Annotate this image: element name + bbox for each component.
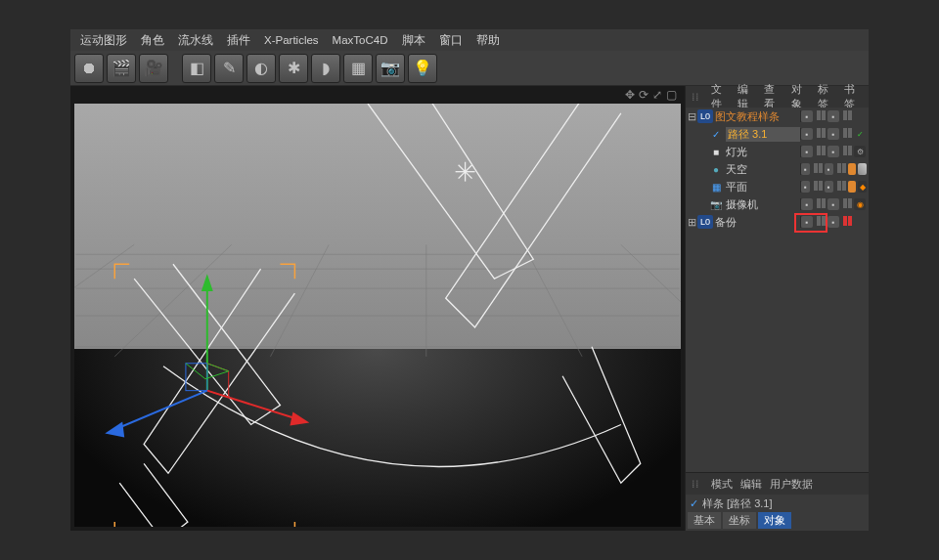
attributes-title: ✓ 样条 [路径 3.1] (686, 495, 869, 512)
rotate-icon[interactable]: ⟳ (639, 88, 648, 102)
menu-item[interactable]: 窗口 (433, 33, 469, 48)
menu-bar: 运动图形 角色 流水线 插件 X-Particles MaxToC4D 脚本 窗… (70, 29, 869, 51)
record-icon[interactable]: ⏺ (74, 54, 104, 83)
zoom-icon[interactable]: ⤢ (652, 88, 662, 102)
object-label[interactable]: 摄像机 (726, 197, 800, 212)
viewport[interactable]: ✥ ⟳ ⤢ ▢ (70, 86, 685, 531)
svg-marker-18 (290, 412, 309, 426)
object-icon: ▦ (709, 180, 723, 194)
toolbar: ⏺🎬🎥◧✎◐✱◗▦📷💡 (70, 51, 869, 86)
panel-tab[interactable]: 编辑 (738, 477, 764, 492)
menu-item[interactable]: 流水线 (172, 33, 219, 48)
clapper-icon[interactable]: 🎬 (107, 54, 136, 83)
attributes-panel: ⁞⁞ 模式 编辑 用户数据 ✓ 样条 [路径 3.1] 基本 坐标 对象 (686, 472, 869, 531)
menu-item[interactable]: 脚本 (396, 33, 431, 48)
panel-tab[interactable]: 模式 (709, 477, 735, 492)
object-icon: ● (709, 162, 723, 176)
layer-icon: L0 (697, 215, 713, 229)
pen-icon[interactable]: ✎ (214, 54, 244, 83)
expand-icon[interactable]: ⊟ (688, 110, 697, 123)
layer-icon: L0 (697, 109, 713, 123)
object-label[interactable]: 路径 3.1 (726, 127, 800, 142)
svg-line-5 (74, 244, 134, 356)
tag-area[interactable]: ▪▪◉ (800, 198, 869, 210)
tag-area[interactable]: ▪▪⚙ (800, 146, 869, 157)
object-label[interactable]: 灯光 (726, 145, 800, 159)
spline-icon: ✓ (690, 497, 698, 510)
axis-gizmo (105, 274, 309, 437)
expand-icon[interactable]: ⊞ (688, 216, 697, 229)
svg-line-10 (621, 244, 681, 356)
nurbs-icon[interactable]: ◐ (246, 54, 276, 83)
object-tree[interactable]: ⊟L0图文教程样条▪▪✓路径 3.1▪▪✓■灯光▪▪⚙●天空▪▪▦平面▪▪◆📷摄… (686, 108, 869, 472)
subtab-object[interactable]: 对象 (758, 512, 791, 529)
tag-area[interactable]: ▪▪◆ (800, 181, 869, 193)
svg-marker-20 (105, 421, 124, 437)
pan-icon[interactable]: ✥ (625, 88, 635, 102)
svg-line-9 (523, 244, 582, 356)
subtab-coord[interactable]: 坐标 (723, 512, 756, 529)
tree-item[interactable]: ⊞L0备份▪▪ (686, 213, 869, 231)
panel-tab[interactable]: 用户数据 (768, 477, 815, 492)
menu-item[interactable]: 帮助 (470, 33, 506, 48)
attributes-panel-tabs: ⁞⁞ 模式 编辑 用户数据 (686, 473, 869, 495)
tag-area[interactable]: ▪▪✓ (800, 128, 869, 140)
menu-item[interactable]: X-Particles (258, 34, 325, 46)
array-icon[interactable]: ✱ (279, 54, 308, 83)
tree-item[interactable]: ●天空▪▪ (686, 160, 869, 178)
tree-item[interactable]: ▦平面▪▪◆ (686, 178, 869, 195)
grip-icon[interactable]: ⁞⁞ (690, 91, 701, 104)
tree-item[interactable]: ✓路径 3.1▪▪✓ (686, 125, 869, 143)
object-icon: ■ (709, 145, 723, 158)
attributes-title-label: 样条 [路径 3.1] (702, 496, 773, 511)
svg-line-19 (114, 391, 207, 430)
svg-marker-16 (201, 274, 213, 291)
attributes-subtabs: 基本 坐标 对象 (686, 512, 869, 529)
floor-icon[interactable]: ▦ (343, 54, 373, 83)
light-icon[interactable]: 💡 (408, 54, 437, 83)
object-label[interactable]: 备份 (715, 215, 800, 230)
cube-icon[interactable]: ◧ (182, 54, 211, 83)
tag-area[interactable]: ▪▪ (800, 110, 869, 122)
object-icon: 📷 (709, 197, 723, 211)
object-label[interactable]: 平面 (726, 180, 800, 194)
object-icon: ✓ (709, 127, 723, 141)
object-label[interactable]: 天空 (726, 162, 800, 177)
render-icon[interactable]: 🎥 (139, 54, 168, 83)
menu-item[interactable]: 角色 (135, 33, 170, 48)
tag-area[interactable]: ▪▪ (800, 163, 869, 175)
svg-line-7 (271, 244, 330, 356)
camera-icon[interactable]: 📷 (376, 54, 405, 83)
menu-item[interactable]: 插件 (221, 33, 256, 48)
frame-icon[interactable]: ▢ (666, 88, 677, 102)
viewport-scene (74, 104, 681, 527)
tag-area[interactable]: ▪▪ (800, 216, 869, 228)
deformer-icon[interactable]: ◗ (311, 54, 340, 83)
menu-item[interactable]: 运动图形 (74, 33, 133, 48)
menu-item[interactable]: MaxToC4D (327, 34, 394, 46)
object-label[interactable]: 图文教程样条 (715, 109, 800, 124)
viewport-controls: ✥ ⟳ ⤢ ▢ (625, 88, 677, 102)
grip-icon[interactable]: ⁞⁞ (690, 478, 701, 491)
tree-item[interactable]: ■灯光▪▪⚙ (686, 143, 869, 160)
objects-panel: ⁞⁞ 文件 编辑 查看 对象 标签 书签 ⊟L0图文教程样条▪▪✓路径 3.1▪… (685, 86, 869, 531)
subtab-basic[interactable]: 基本 (688, 512, 721, 529)
tree-item[interactable]: ⊟L0图文教程样条▪▪ (686, 108, 869, 125)
tree-item[interactable]: 📷摄像机▪▪◉ (686, 195, 869, 213)
objects-panel-tabs: ⁞⁞ 文件 编辑 查看 对象 标签 书签 (686, 86, 869, 108)
